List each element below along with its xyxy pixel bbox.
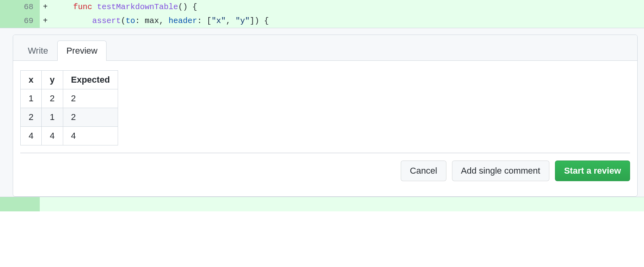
code-token: [54, 2, 73, 12]
table-cell: 2: [63, 89, 118, 108]
code-token: assert: [92, 16, 121, 25]
comment-actions: Cancel Add single comment Start a review: [20, 153, 630, 189]
code-token: "y": [235, 16, 250, 25]
code-token: [92, 2, 97, 12]
diff-gutter: [0, 197, 40, 211]
diff-line: 68+ func testMarkdownTable() {: [0, 0, 644, 14]
table-row: 212: [21, 108, 118, 127]
diff-code: func testMarkdownTable() {: [51, 0, 644, 14]
code-token: header: [169, 16, 197, 25]
comment-editor: Write Preview xyExpected 122212444 Cance…: [0, 28, 644, 197]
comment-tabnav: Write Preview: [13, 35, 637, 61]
table-cell: 4: [21, 127, 42, 145]
table-row: 122: [21, 89, 118, 108]
code-token: ,: [226, 16, 235, 25]
tab-preview[interactable]: Preview: [57, 41, 107, 61]
code-token: : [: [197, 16, 211, 25]
diff-gutter-number: 68: [0, 0, 40, 14]
cancel-button[interactable]: Cancel: [401, 161, 446, 181]
diff-code: assert(to: max, header: ["x", "y"]) {: [51, 14, 644, 28]
code-token: (: [121, 16, 126, 25]
markdown-table: xyExpected 122212444: [20, 70, 118, 145]
table-row: 444: [21, 127, 118, 145]
table-cell: 2: [42, 89, 63, 108]
table-header-cell: Expected: [63, 71, 118, 89]
code-token: "x": [211, 16, 226, 25]
code-token: : max,: [135, 16, 169, 25]
table-header-cell: x: [21, 71, 42, 89]
table-cell: 4: [42, 127, 63, 145]
table-cell: 4: [63, 127, 118, 145]
table-cell: 1: [42, 108, 63, 127]
table-header-cell: y: [42, 71, 63, 89]
diff-marker: +: [40, 14, 51, 28]
code-token: [54, 16, 92, 25]
code-token: testMarkdownTable: [97, 2, 178, 12]
diff-gutter-number: 69: [0, 14, 40, 28]
table-cell: 2: [21, 108, 42, 127]
add-single-comment-button[interactable]: Add single comment: [452, 161, 549, 181]
diff-marker: +: [40, 0, 51, 14]
code-token: func: [73, 2, 92, 12]
start-review-button[interactable]: Start a review: [555, 161, 630, 181]
code-token: () {: [178, 2, 197, 12]
table-cell: 2: [63, 108, 118, 127]
table-cell: 1: [21, 89, 42, 108]
code-token: ]) {: [250, 16, 269, 25]
tab-write[interactable]: Write: [19, 41, 57, 61]
code-token: to: [126, 16, 135, 25]
diff-trailing-line: [0, 197, 644, 211]
diff-line: 69+ assert(to: max, header: ["x", "y"]) …: [0, 14, 644, 28]
comment-preview-body: xyExpected 122212444 Cancel Add single c…: [13, 61, 637, 196]
